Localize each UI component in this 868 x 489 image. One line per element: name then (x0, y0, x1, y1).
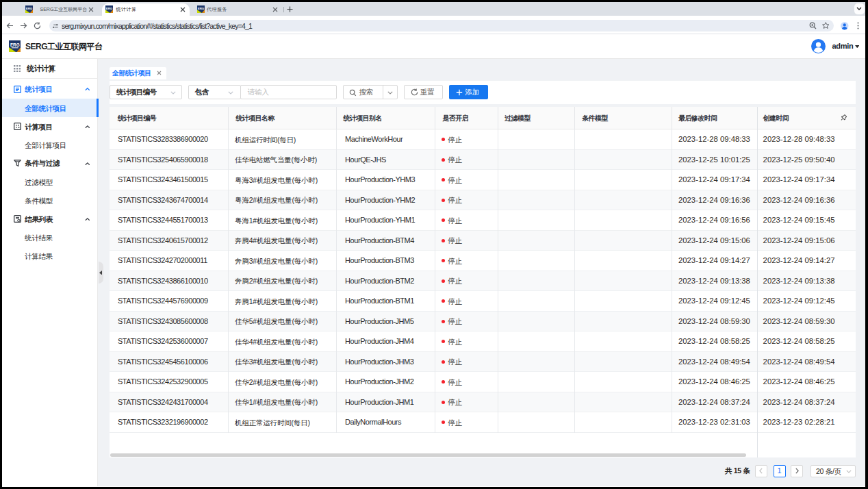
svg-text:ERG: ERG (198, 7, 205, 10)
svg-text:ERG: ERG (10, 42, 19, 47)
svg-text:ERG: ERG (105, 7, 112, 10)
svg-text:ERG: ERG (25, 7, 32, 10)
